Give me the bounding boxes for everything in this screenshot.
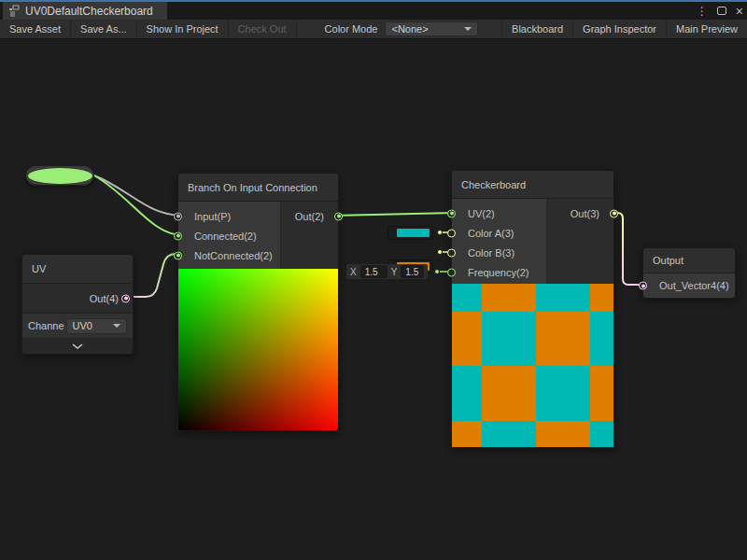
node-branch-on-input-connection[interactable]: Branch On Input Connection Input(P) Conn… (177, 173, 339, 431)
port-branch-out[interactable] (334, 212, 343, 220)
node-uv[interactable]: UV Out(4) Channe UV0 (21, 254, 134, 355)
port-row-frequency: Frequency(2) (452, 262, 546, 282)
frequency-x-input[interactable]: 1.5 (360, 265, 388, 278)
save-asset-button[interactable]: Save Asset (0, 20, 71, 38)
checker-cell (536, 284, 590, 312)
port-label: Frequency(2) (468, 267, 529, 278)
port-branch-input[interactable] (174, 212, 182, 220)
node-title[interactable]: Checkerboard (452, 171, 613, 199)
checker-cell (590, 366, 613, 421)
port-row-out-vector4: Out_Vector4(4) (643, 273, 735, 298)
checker-cell (536, 366, 590, 421)
checker-cell (452, 366, 482, 421)
checker-cell (536, 312, 590, 366)
port-row-uv: UV(2) (452, 203, 546, 223)
color-mode-dropdown[interactable]: <None> (385, 21, 478, 36)
color-a-connector-dot (437, 230, 443, 235)
edge-uvpill-to-input[interactable] (94, 175, 183, 216)
maximize-icon[interactable] (717, 7, 726, 15)
checker-cell (482, 312, 536, 366)
channel-label: Channe (28, 320, 64, 331)
checker-cell (452, 421, 482, 447)
edge-uvpill-to-connected[interactable] (94, 175, 183, 235)
checker-cell (590, 284, 613, 312)
port-row-connected: Connected(2) (178, 226, 280, 245)
port-label: Out_Vector4(4) (659, 280, 729, 291)
check-out-button: Check Out (229, 20, 297, 38)
graph-canvas[interactable]: UV(2) UV Out(4) Channe UV0 Branch On Inp… (0, 39, 747, 559)
checker-cell (590, 421, 613, 447)
port-row-out: Out(3) (547, 203, 613, 223)
port-label: Out(3) (571, 208, 599, 219)
port-label: Out(4) (90, 293, 119, 304)
checker-cell (482, 421, 536, 447)
frequency-y-label: Y (391, 267, 398, 277)
port-row-color-a: Color A(3) (452, 223, 546, 243)
checkerboard-preview (452, 284, 613, 447)
port-label: Color B(3) (468, 247, 514, 259)
port-label: NotConnected(2) (194, 250, 273, 261)
frequency-field-group: X 1.5 Y 1.5 (346, 264, 428, 279)
port-checker-uv[interactable] (447, 209, 456, 217)
port-row-color-b: Color B(3) (452, 243, 546, 262)
port-branch-notconnected[interactable] (174, 251, 182, 259)
frequency-y-input[interactable]: 1.5 (401, 265, 424, 278)
port-checker-color-a[interactable] (447, 229, 456, 237)
channel-dropdown[interactable]: UV0 (66, 318, 127, 334)
window-title-bar: UV0DefaultCheckerboard ⋮ × (0, 0, 747, 20)
chevron-down-icon (464, 27, 472, 31)
port-checker-frequency[interactable] (447, 268, 456, 276)
checker-cell (482, 366, 536, 421)
edge-branchout-to-checkeruv[interactable] (332, 213, 455, 216)
checker-cell (452, 284, 482, 312)
port-branch-connected[interactable] (174, 231, 182, 240)
port-label: Out(2) (295, 211, 324, 222)
node-title[interactable]: UV (22, 255, 133, 284)
node-title[interactable]: Branch On Input Connection (178, 174, 338, 202)
port-output-vector4[interactable] (639, 282, 647, 290)
window-menu-icon[interactable]: ⋮ (697, 6, 708, 17)
blackboard-toggle-button[interactable]: Blackboard (501, 20, 572, 38)
port-uv-out4[interactable] (121, 294, 130, 302)
port-row-out: Out(2) (281, 206, 338, 226)
checker-cell (536, 421, 590, 447)
show-in-project-button[interactable]: Show In Project (137, 20, 229, 38)
node-uv2-pill[interactable]: UV(2) (25, 165, 94, 186)
collapse-preview-button[interactable] (22, 339, 133, 354)
port-checker-color-b[interactable] (447, 248, 456, 257)
color-mode-label: Color Mode (297, 20, 386, 38)
chevron-down-icon (113, 324, 120, 328)
uv-gradient-preview (178, 269, 338, 430)
checker-cell (452, 312, 482, 366)
checker-cell (590, 312, 613, 366)
color-a-field[interactable] (388, 226, 433, 240)
node-output[interactable]: Output Out_Vector4(4) (642, 247, 736, 299)
main-preview-toggle-button[interactable]: Main Preview (666, 20, 747, 38)
port-label: Color A(3) (468, 228, 514, 239)
channel-value: UV0 (73, 320, 92, 331)
toolbar: Save Asset Save As... Show In Project Ch… (0, 20, 747, 39)
port-row-input: Input(P) (178, 206, 280, 226)
graph-inspector-toggle-button[interactable]: Graph Inspector (572, 20, 666, 38)
edge-uvout-to-notconnected[interactable] (128, 254, 183, 297)
color-a-swatch[interactable] (397, 229, 430, 237)
node-title[interactable]: Output (643, 248, 735, 273)
frequency-x-label: X (350, 267, 357, 277)
tab-shader-graph[interactable]: UV0DefaultCheckerboard (3, 2, 167, 20)
shader-graph-icon (8, 5, 21, 17)
chevron-down-icon (72, 343, 83, 349)
port-label: UV(2) (468, 208, 495, 219)
port-label: Connected(2) (194, 231, 257, 242)
checker-cell (482, 284, 536, 312)
save-as-button[interactable]: Save As... (71, 20, 137, 38)
close-icon[interactable]: × (736, 5, 743, 18)
color-mode-value: <None> (391, 23, 428, 35)
node-checkerboard[interactable]: Checkerboard UV(2) Color A(3) Color B(3) (451, 170, 614, 448)
port-label: Input(P) (194, 211, 231, 222)
port-uv2-out[interactable] (79, 172, 88, 180)
tab-title: UV0DefaultCheckerboard (25, 5, 153, 18)
port-checker-out[interactable] (610, 209, 618, 217)
frequency-connector-dot (434, 269, 440, 274)
color-b-connector-dot (437, 249, 443, 255)
port-row-notconnected: NotConnected(2) (178, 245, 280, 265)
